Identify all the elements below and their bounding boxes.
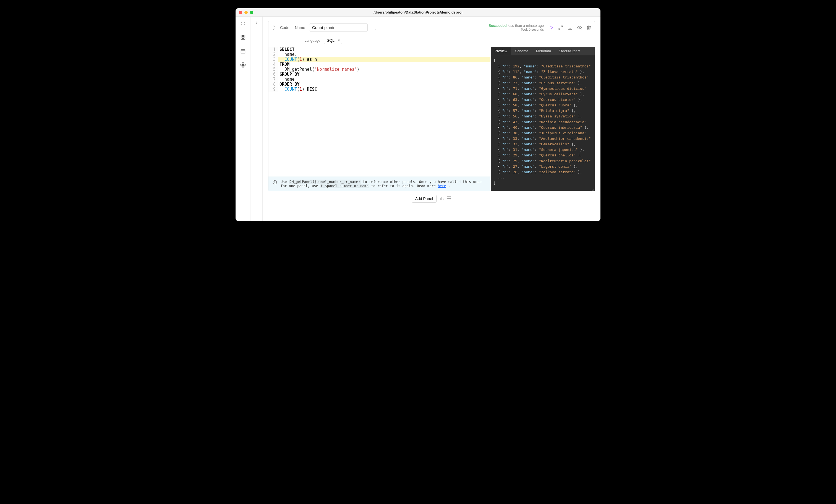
code-line[interactable]: 7 name [268,77,490,82]
add-panel-button[interactable]: Add Panel [412,195,437,202]
close-window-button[interactable] [239,11,242,14]
svg-point-8 [242,64,244,66]
panel-name-input[interactable] [309,23,368,32]
code-line[interactable]: 5 DM_getPanel('Normalize names') [268,67,490,72]
result-tab[interactable]: Metadata [532,47,555,55]
code-line[interactable]: 4FROM [268,62,490,67]
help-strip: Use DM_getPanel($panel_number_or_name) t… [268,177,490,191]
line-number: 8 [268,82,279,87]
run-status: Succeeded less than a minute ago Took 0 … [489,23,544,32]
language-select[interactable]: SQL [324,37,342,44]
svg-marker-9 [550,26,553,29]
result-tab[interactable]: Schema [511,47,532,55]
line-number: 3 [268,57,279,62]
code-line[interactable]: 3 COUNT(1) as n [268,57,490,62]
line-number: 7 [268,77,279,82]
traffic-lights [235,11,253,14]
panel-type-label: Code [280,25,289,30]
minimize-window-button[interactable] [244,11,248,14]
titlebar: /Users/philipeaton/DataStationProjects/d… [235,8,601,17]
svg-rect-0 [241,35,243,37]
line-number: 9 [268,87,279,92]
hide-icon[interactable] [577,25,582,30]
resize-handle[interactable] [590,186,594,190]
help-link[interactable]: here [438,184,446,188]
code-editor[interactable]: 1SELECT2 name,3 COUNT(1) as n4FROM5 DM_g… [268,47,491,191]
panel-subheader: Language SQL [268,34,595,47]
svg-rect-4 [241,50,245,53]
result-body: [ { "n": 192, "name": "Gleditsia triacan… [491,55,595,191]
run-button[interactable] [549,25,554,30]
help-text: Use DM_getPanel($panel_number_or_name) t… [281,180,487,188]
svg-rect-2 [241,38,243,40]
svg-line-11 [559,27,560,29]
gear-icon[interactable] [240,62,246,68]
svg-rect-3 [243,38,245,40]
result-tab[interactable]: Preview [491,47,511,55]
line-number: 6 [268,72,279,77]
reorder-handle[interactable] [272,25,276,31]
panel-actions [549,25,591,30]
calendar-icon[interactable] [240,48,246,54]
add-table-icon[interactable] [446,196,452,202]
code-line[interactable]: 9 COUNT(1) DESC [268,87,490,92]
line-number: 1 [268,47,279,52]
more-menu-icon[interactable]: ⋮ [373,25,378,30]
dashboard-icon[interactable] [240,34,246,40]
chevron-right-icon[interactable] [254,20,259,221]
panel-name-label: Name [295,25,305,30]
app-window: /Users/philipeaton/DataStationProjects/d… [235,8,601,221]
zoom-window-button[interactable] [250,11,253,14]
delete-icon[interactable] [586,25,591,30]
add-panel-row: Add Panel [263,191,601,208]
status-age: less than a minute ago [508,23,544,27]
svg-rect-1 [243,35,245,37]
line-number: 2 [268,52,279,57]
line-number: 5 [268,67,279,72]
info-icon [272,180,277,185]
add-chart-icon[interactable] [439,196,444,202]
svg-point-14 [275,181,275,182]
code-icon[interactable] [240,20,246,26]
result-tabs: PreviewSchemaMetadataStdout/Stderr [491,47,595,55]
language-label: Language [304,38,320,42]
svg-line-10 [561,26,563,27]
status-state: Succeeded [489,23,507,27]
results-pane: PreviewSchemaMetadataStdout/Stderr [ { "… [491,47,595,191]
left-sidebar [235,17,250,221]
download-icon[interactable] [568,25,572,30]
window-title: /Users/philipeaton/DataStationProjects/d… [235,10,601,14]
main-area: Code Name ⋮ Succeeded less than a minute… [263,17,601,221]
code-line[interactable]: 6GROUP BY [268,72,490,77]
code-line[interactable]: 2 name, [268,52,490,57]
code-panel: Code Name ⋮ Succeeded less than a minute… [268,21,595,191]
code-line[interactable]: 1SELECT [268,47,490,52]
code-line[interactable]: 8ORDER BY [268,82,490,87]
panel-header: Code Name ⋮ Succeeded less than a minute… [268,21,595,34]
expand-icon[interactable] [558,25,563,30]
line-number: 4 [268,62,279,67]
result-tab[interactable]: Stdout/Stderr [555,47,584,55]
collapse-column [250,17,263,221]
status-duration: Took 0 seconds [489,27,544,32]
